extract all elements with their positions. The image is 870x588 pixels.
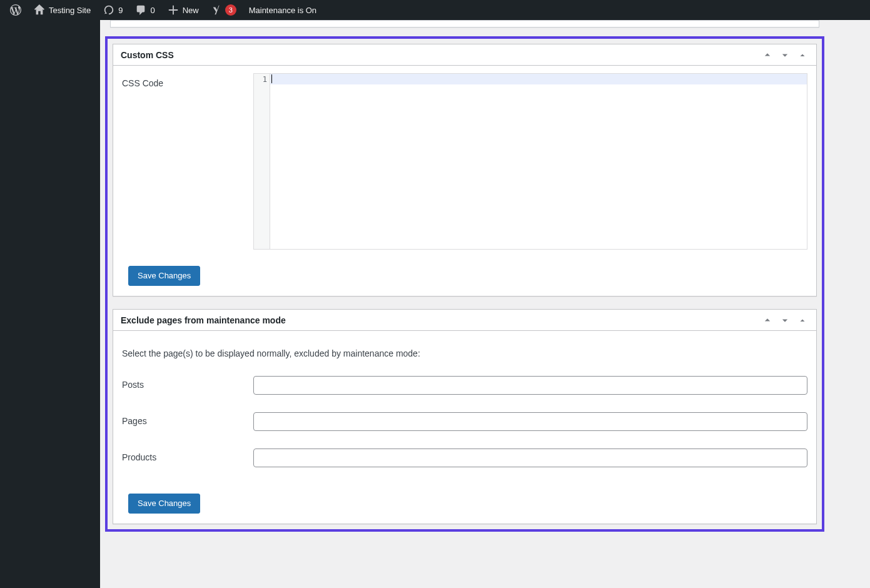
main-content: Custom CSS CSS Code 1 <box>100 20 829 588</box>
panel-title: Exclude pages from maintenance mode <box>121 315 286 325</box>
toggle-panel-button[interactable] <box>796 49 809 61</box>
move-down-button[interactable] <box>779 49 791 61</box>
exclude-products-row: Products <box>122 449 807 467</box>
panel-title: Custom CSS <box>121 50 174 60</box>
save-exclude-button[interactable]: Save Changes <box>128 494 200 514</box>
pages-select[interactable] <box>253 412 807 431</box>
posts-select[interactable] <box>253 376 807 395</box>
move-down-button[interactable] <box>779 314 791 327</box>
move-up-button[interactable] <box>761 49 774 61</box>
plus-icon <box>168 4 179 16</box>
panel-header: Exclude pages from maintenance mode <box>113 310 816 331</box>
maintenance-label: Maintenance is On <box>249 6 316 15</box>
exclude-posts-row: Posts <box>122 376 807 395</box>
site-name-label: Testing Site <box>49 6 91 15</box>
right-gutter <box>829 20 870 588</box>
updates-count: 9 <box>118 6 123 15</box>
css-code-label: CSS Code <box>122 73 253 88</box>
admin-bar: Testing Site 9 0 New 3 Maintenance is On <box>0 0 870 20</box>
css-code-editor[interactable]: 1 <box>253 73 807 250</box>
exclude-description: Select the page(s) to be displayed norma… <box>122 348 807 358</box>
panel-header: Custom CSS <box>113 44 816 66</box>
products-select[interactable] <box>253 449 807 467</box>
panel-custom-css: Custom CSS CSS Code 1 <box>113 44 817 297</box>
code-body[interactable] <box>270 74 807 249</box>
maintenance-menu[interactable]: Maintenance is On <box>244 0 321 20</box>
new-content-menu[interactable]: New <box>163 0 204 20</box>
move-up-button[interactable] <box>761 314 774 327</box>
pages-label: Pages <box>122 412 253 426</box>
save-css-button[interactable]: Save Changes <box>128 266 200 286</box>
admin-menu-collapsed <box>0 20 100 588</box>
new-label: New <box>183 6 199 15</box>
text-cursor <box>271 74 272 83</box>
panel-actions <box>761 49 809 61</box>
code-gutter: 1 <box>254 74 270 249</box>
updates-menu[interactable]: 9 <box>98 0 128 20</box>
toggle-panel-button[interactable] <box>796 314 809 327</box>
comments-count: 0 <box>150 6 154 15</box>
site-name-menu[interactable]: Testing Site <box>29 0 96 20</box>
update-icon <box>103 4 114 16</box>
yoast-icon <box>211 4 223 16</box>
active-line <box>270 74 807 84</box>
previous-panel-fragment <box>110 20 819 28</box>
products-label: Products <box>122 449 253 462</box>
posts-label: Posts <box>122 376 253 390</box>
highlighted-region: Custom CSS CSS Code 1 <box>105 36 824 532</box>
exclude-pages-row: Pages <box>122 412 807 431</box>
home-icon <box>34 4 45 16</box>
wp-logo-menu[interactable] <box>5 0 26 20</box>
panel-body: CSS Code 1 Save Changes <box>113 66 816 296</box>
panel-actions <box>761 314 809 327</box>
line-number: 1 <box>254 75 267 84</box>
yoast-badge: 3 <box>225 4 236 16</box>
comments-menu[interactable]: 0 <box>130 0 159 20</box>
wordpress-icon <box>10 4 21 16</box>
comment-icon <box>135 4 146 16</box>
yoast-menu[interactable]: 3 <box>206 0 241 20</box>
panel-body: Select the page(s) to be displayed norma… <box>113 331 816 524</box>
panel-exclude-pages: Exclude pages from maintenance mode Sele… <box>113 309 817 524</box>
css-code-row: CSS Code 1 <box>122 73 807 250</box>
